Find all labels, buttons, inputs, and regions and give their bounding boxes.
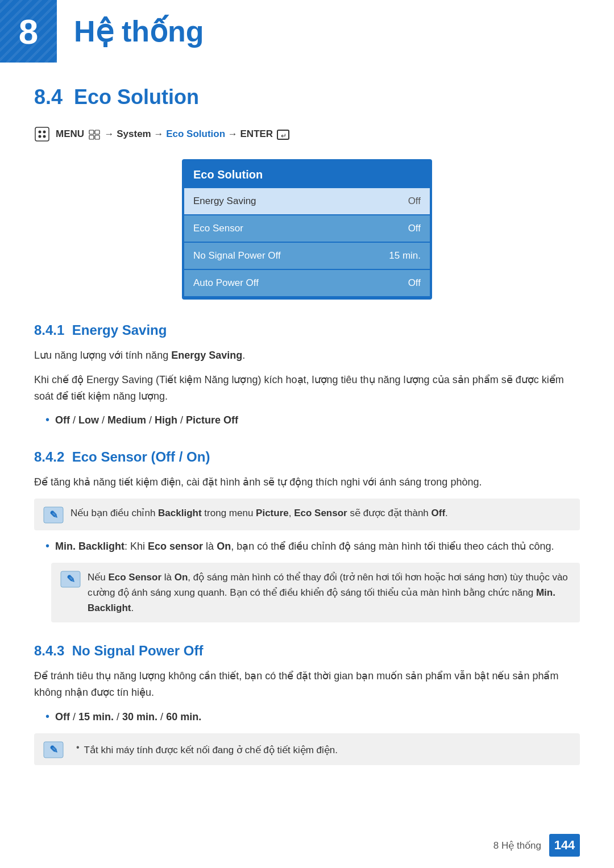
svg-text:✎: ✎ bbox=[49, 509, 58, 521]
subsection-title-841: 8.4.1 Energy Saving bbox=[34, 322, 580, 338]
energy-saving-label: Energy Saving bbox=[193, 196, 256, 207]
grid-icon-inline bbox=[89, 130, 100, 140]
note-text-3: Tắt khi máy tính được kết nối đang ở chế… bbox=[84, 742, 338, 758]
svg-rect-6 bbox=[95, 130, 99, 134]
eco-sensor-para1: Để tăng khả năng tiết kiệm điện, cài đặt… bbox=[34, 474, 580, 491]
no-signal-para1: Để tránh tiêu thụ năng lượng không cần t… bbox=[34, 668, 580, 701]
note-sub-content: • Tắt khi máy tính được kết nối đang ở c… bbox=[70, 740, 338, 758]
eco-panel: Eco Solution Energy Saving Off Eco Senso… bbox=[182, 159, 432, 300]
no-signal-label: No Signal Power Off bbox=[193, 250, 281, 261]
energy-saving-options: Off / Low / Medium / High / Picture Off bbox=[55, 412, 238, 429]
menu-path-text: MENU → System → Eco Solution → ENTER ↵ bbox=[56, 128, 289, 140]
energy-saving-value: Off bbox=[408, 196, 421, 207]
no-signal-bullet: • Off / 15 min. / 30 min. / 60 min. bbox=[45, 709, 580, 725]
sub-bullet-dot: • bbox=[76, 742, 80, 753]
main-content: 8.4 Eco Solution MENU → Sys bbox=[0, 85, 614, 807]
chapter-number-block: 8 bbox=[0, 0, 57, 63]
note-text-1: Nếu bạn điều chỉnh Backlight trong menu … bbox=[70, 505, 448, 521]
note-icon-3: ✎ bbox=[43, 741, 64, 758]
section-title: 8.4 Eco Solution bbox=[34, 85, 580, 109]
min-backlight-text: Min. Backlight: Khi Eco sensor là On, bạ… bbox=[55, 538, 554, 555]
no-signal-options: Off / 15 min. / 30 min. / 60 min. bbox=[55, 709, 201, 725]
note-box-1: ✎ Nếu bạn điều chỉnh Backlight trong men… bbox=[34, 499, 580, 530]
footer-chapter-label: 8 Hệ thống bbox=[493, 840, 541, 852]
bullet-dot-2: • bbox=[45, 539, 49, 553]
svg-point-3 bbox=[39, 135, 42, 138]
page-header: 8 Hệ thống bbox=[0, 0, 614, 63]
note-icon-2: ✎ bbox=[60, 571, 81, 588]
auto-power-off-label: Auto Power Off bbox=[193, 277, 259, 289]
note-icon-1: ✎ bbox=[43, 506, 64, 524]
chapter-number: 8 bbox=[19, 11, 38, 52]
subsection-title-843: 8.4.3 No Signal Power Off bbox=[34, 643, 580, 659]
eco-panel-row-no-signal: No Signal Power Off 15 min. bbox=[184, 243, 430, 269]
svg-text:✎: ✎ bbox=[67, 574, 75, 585]
energy-saving-para1: Lưu năng lượng với tính năng Energy Savi… bbox=[34, 347, 580, 364]
svg-point-1 bbox=[39, 131, 42, 134]
page-footer: 8 Hệ thống 144 bbox=[493, 834, 580, 857]
energy-saving-bullet: • Off / Low / Medium / High / Picture Of… bbox=[45, 412, 580, 429]
eco-panel-row-eco-sensor: Eco Sensor Off bbox=[184, 215, 430, 242]
chapter-title-block: Hệ thống bbox=[57, 0, 204, 63]
energy-saving-para2: Khi chế độ Energy Saving (Tiết kiệm Năng… bbox=[34, 372, 580, 405]
chapter-title: Hệ thống bbox=[74, 14, 204, 48]
svg-rect-7 bbox=[89, 135, 94, 139]
svg-point-4 bbox=[43, 135, 46, 138]
note-sub-bullet: • Tắt khi máy tính được kết nối đang ở c… bbox=[76, 742, 338, 758]
bullet-dot-1: • bbox=[45, 413, 49, 426]
bullet-dot-3: • bbox=[45, 710, 49, 723]
svg-point-2 bbox=[43, 131, 46, 134]
svg-rect-0 bbox=[35, 127, 49, 141]
eco-panel-row-energy-saving: Energy Saving Off bbox=[184, 188, 430, 214]
menu-icon bbox=[34, 126, 50, 142]
note-box-2: ✎ Nếu Eco Sensor là On, độ sáng màn hình… bbox=[51, 563, 580, 623]
footer-page-number: 144 bbox=[549, 834, 580, 857]
note-text-2: Nếu Eco Sensor là On, độ sáng màn hình c… bbox=[88, 570, 571, 616]
no-signal-value: 15 min. bbox=[389, 250, 421, 261]
min-backlight-bullet: • Min. Backlight: Khi Eco sensor là On, … bbox=[45, 538, 580, 555]
menu-path: MENU → System → Eco Solution → ENTER ↵ bbox=[34, 126, 580, 142]
eco-panel-row-auto-power-off: Auto Power Off Off bbox=[184, 270, 430, 296]
eco-sensor-label: Eco Sensor bbox=[193, 223, 243, 234]
note-box-3: ✎ • Tắt khi máy tính được kết nối đang ở… bbox=[34, 733, 580, 765]
eco-panel-title: Eco Solution bbox=[184, 161, 430, 188]
svg-rect-8 bbox=[95, 135, 99, 139]
svg-text:✎: ✎ bbox=[49, 744, 58, 755]
auto-power-off-value: Off bbox=[408, 277, 421, 289]
eco-sensor-value: Off bbox=[408, 223, 421, 234]
svg-rect-5 bbox=[89, 130, 94, 134]
subsection-title-842: 8.4.2 Eco Sensor (Off / On) bbox=[34, 449, 580, 465]
